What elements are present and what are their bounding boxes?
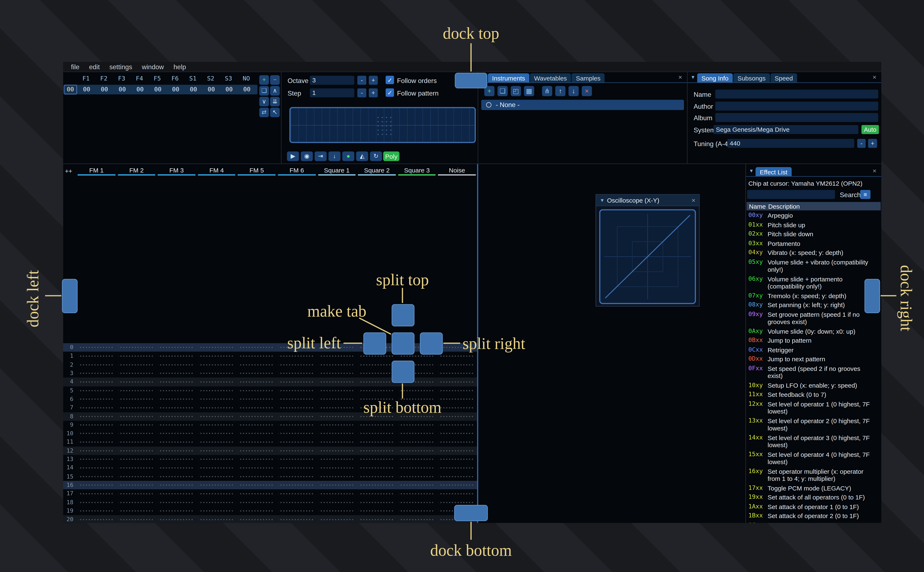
- pattern-cell[interactable]: [237, 438, 277, 446]
- author-input[interactable]: [715, 102, 878, 110]
- orders-duplicate-button[interactable]: ❏: [259, 86, 269, 96]
- follow-pattern-checkbox[interactable]: ✓: [386, 89, 394, 97]
- pattern-cell[interactable]: [237, 386, 277, 395]
- pattern-cell[interactable]: [196, 429, 237, 438]
- pattern-cell[interactable]: [196, 421, 237, 429]
- split-target-top[interactable]: [392, 304, 414, 326]
- instrument-save-button[interactable]: ▦: [524, 86, 534, 96]
- pattern-cell[interactable]: [156, 498, 196, 507]
- pattern-cell[interactable]: [437, 361, 477, 369]
- channel-header-fm-2[interactable]: FM 2: [117, 166, 156, 176]
- pattern-cell[interactable]: [117, 361, 156, 369]
- songinfo-tab-speed[interactable]: Speed: [770, 73, 797, 82]
- octave-increment-button[interactable]: +: [369, 76, 378, 85]
- pattern-cell[interactable]: [317, 472, 357, 481]
- pattern-cell[interactable]: [317, 369, 357, 378]
- pattern-cell[interactable]: [277, 464, 316, 472]
- pattern-cell[interactable]: [357, 507, 397, 515]
- pattern-cell[interactable]: [437, 395, 477, 404]
- effect-row[interactable]: 0AxyVolume slide (0y: down; x0: up): [746, 327, 881, 336]
- order-cell[interactable]: 00: [203, 85, 220, 94]
- pattern-cell[interactable]: [317, 498, 357, 507]
- name-input[interactable]: [715, 90, 878, 98]
- pattern-cell[interactable]: [317, 481, 357, 490]
- order-cell[interactable]: 00: [238, 85, 256, 94]
- pattern-cell[interactable]: [156, 481, 196, 490]
- pattern-cell[interactable]: [397, 490, 437, 498]
- close-icon[interactable]: ×: [873, 167, 877, 174]
- effect-row[interactable]: 15xxSet level of operator 4 (0 highest, …: [746, 450, 881, 467]
- effect-row[interactable]: 1AxxSet attack of operator 1 (0 to 1F): [746, 502, 881, 511]
- effect-row[interactable]: 14xxSet level of operator 3 (0 highest, …: [746, 433, 881, 450]
- instruments-tab-wavetables[interactable]: Wavetables: [530, 73, 571, 82]
- effect-row[interactable]: 07xyTremolo (x: speed; y: depth): [746, 291, 881, 301]
- pattern-cell[interactable]: [277, 481, 316, 490]
- pattern-cell[interactable]: [156, 455, 196, 464]
- pattern-cell[interactable]: [317, 438, 357, 446]
- pattern-cell[interactable]: [397, 464, 437, 472]
- order-cell[interactable]: 00: [185, 85, 202, 94]
- pattern-cell[interactable]: [156, 490, 196, 498]
- pattern-cell[interactable]: [237, 429, 277, 438]
- pattern-cell[interactable]: [76, 361, 116, 369]
- effect-row[interactable]: 08xySet panning (x: left; y: right): [746, 301, 881, 310]
- pattern-cell[interactable]: [237, 352, 277, 361]
- play-from-beginning-button[interactable]: ⇥: [315, 152, 327, 161]
- tuning-increment-button[interactable]: +: [868, 139, 877, 148]
- channel-header-fm-5[interactable]: FM 5: [237, 166, 277, 176]
- effect-row[interactable]: 06xyVolume slide + portamento (compatibi…: [746, 274, 881, 291]
- pattern-cell[interactable]: [196, 464, 237, 472]
- order-cell[interactable]: 00: [221, 85, 238, 94]
- pattern-cell[interactable]: [237, 455, 277, 464]
- pattern-cell[interactable]: [76, 386, 116, 395]
- effect-row[interactable]: 19xxSet attack of all operators (0 to 1F…: [746, 493, 881, 502]
- pattern-cell[interactable]: [437, 369, 477, 378]
- close-icon[interactable]: ×: [692, 196, 695, 204]
- pattern-cell[interactable]: [196, 490, 237, 498]
- pattern-cell[interactable]: [437, 464, 477, 472]
- pattern-cell[interactable]: [277, 352, 316, 361]
- pattern-cell[interactable]: [117, 429, 156, 438]
- pattern-cell[interactable]: [357, 378, 397, 386]
- dock-target-right[interactable]: [864, 279, 880, 313]
- pattern-cell[interactable]: [76, 412, 116, 421]
- pattern-cell[interactable]: [117, 498, 156, 507]
- pattern-cell[interactable]: [437, 472, 477, 481]
- pattern-cell[interactable]: [196, 395, 237, 404]
- pattern-cell[interactable]: [76, 429, 116, 438]
- pattern-cell[interactable]: [156, 412, 196, 421]
- pattern-cell[interactable]: [237, 507, 277, 515]
- octave-input[interactable]: 3: [310, 76, 354, 85]
- dock-target-bottom[interactable]: [454, 505, 488, 521]
- pattern-cell[interactable]: [117, 464, 156, 472]
- pattern-cell[interactable]: [277, 472, 316, 481]
- poly-button[interactable]: Poly: [383, 152, 399, 161]
- play-button[interactable]: ▶: [287, 152, 299, 161]
- channel-header-fm-1[interactable]: FM 1: [76, 166, 116, 176]
- tuning-decrement-button[interactable]: -: [857, 139, 866, 148]
- pattern-cell[interactable]: [277, 455, 316, 464]
- step-one-row-button[interactable]: ↓: [329, 152, 341, 161]
- pattern-cell[interactable]: [357, 421, 397, 429]
- pattern-cell[interactable]: [437, 421, 477, 429]
- split-target-left[interactable]: [363, 333, 386, 354]
- pattern-cell[interactable]: [397, 421, 437, 429]
- effect-row[interactable]: 11xxSet feedback (0 to 7): [746, 390, 881, 399]
- pattern-cell[interactable]: [277, 429, 316, 438]
- pattern-cell[interactable]: [397, 507, 437, 515]
- orders-duplicate-end-button[interactable]: ⇊: [270, 97, 280, 106]
- effect-row[interactable]: 0DxxJump to next pattern: [746, 354, 881, 364]
- pattern-cell[interactable]: [317, 515, 357, 523]
- pattern-cell[interactable]: [117, 507, 156, 515]
- pattern-cell[interactable]: [76, 369, 116, 378]
- instrument-open-button[interactable]: ◰: [511, 86, 521, 96]
- split-target-bottom[interactable]: [392, 361, 414, 383]
- effect-row[interactable]: 1CxxSet attack of operator 3 (0 to 1F): [746, 521, 881, 523]
- pattern-cell[interactable]: [117, 369, 156, 378]
- pattern-cell[interactable]: [277, 498, 316, 507]
- pattern-cell[interactable]: [156, 421, 196, 429]
- pattern-cell[interactable]: [156, 404, 196, 412]
- pattern-cell[interactable]: [196, 412, 237, 421]
- pattern-cell[interactable]: [76, 472, 116, 481]
- pattern-cell[interactable]: [357, 498, 397, 507]
